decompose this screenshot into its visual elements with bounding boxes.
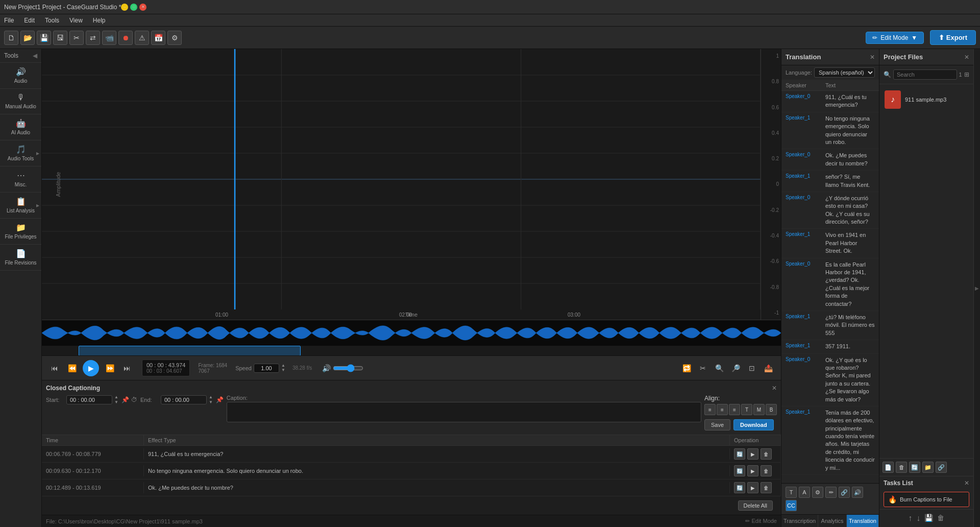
toolbar-exchange[interactable]: ⇄ (86, 31, 100, 45)
toolbar-video[interactable]: 📹 (102, 31, 116, 45)
task-item-0[interactable]: 🔥 Burn Captions to File (884, 492, 969, 507)
end-down[interactable]: ▼ (209, 400, 213, 404)
cc-delete-1[interactable]: 🗑 (761, 465, 772, 476)
delete-all-btn[interactable]: Delete All (738, 500, 773, 511)
volume-slider[interactable] (333, 364, 363, 372)
start-down[interactable]: ▼ (114, 400, 118, 404)
cc-start-clock[interactable]: ⏱ (131, 396, 137, 403)
cc-end-pick[interactable]: 📌 (216, 396, 224, 403)
trans-footer-gear[interactable]: ⚙ (812, 487, 823, 498)
align-center[interactable]: ≡ (717, 404, 728, 415)
start-up[interactable]: ▲ (114, 395, 118, 399)
export-button[interactable]: ⬆ Export (930, 30, 976, 45)
tools-collapse[interactable]: ◀ (33, 52, 37, 59)
menu-edit[interactable]: Edit (22, 16, 37, 25)
skip-to-start-btn[interactable]: ⏮ (48, 362, 61, 375)
toolbar-save[interactable]: 💾 (37, 31, 51, 45)
align-top[interactable]: T (741, 404, 752, 415)
toolbar-warning[interactable]: ⚠ (135, 31, 149, 45)
cc-start-pick[interactable]: 📌 (121, 396, 129, 403)
toolbar-settings[interactable]: ⚙ (167, 31, 182, 45)
trans-footer-audio[interactable]: 🔊 (852, 487, 863, 498)
speed-down[interactable]: ▼ (281, 368, 285, 372)
cc-play-1[interactable]: ▶ (747, 465, 758, 476)
cc-play-2[interactable]: ▶ (747, 482, 758, 493)
trans-footer-edit[interactable]: ✏ (825, 487, 837, 498)
timeline-scrollbar[interactable] (42, 346, 781, 355)
tab-analytics[interactable]: Analytics (818, 515, 847, 527)
tool-ai-audio[interactable]: 🤖 AI Audio (0, 114, 41, 140)
cc-caption-textarea[interactable] (227, 402, 701, 422)
prev-frame-btn[interactable]: ⏪ (65, 362, 79, 375)
trans-footer-link[interactable]: 🔗 (839, 487, 850, 498)
toolbar-cut[interactable]: ✂ (69, 31, 84, 45)
minimize-btn[interactable]: – (121, 4, 128, 11)
cc-save-btn[interactable]: Save (704, 419, 730, 430)
toolbar-open[interactable]: 📂 (20, 31, 35, 45)
speed-up[interactable]: ▲ (281, 364, 285, 368)
toolbar-save-alt[interactable]: 🖫 (53, 31, 67, 45)
tab-translation[interactable]: Translation (847, 515, 879, 527)
menu-help[interactable]: Help (91, 16, 108, 25)
menu-view[interactable]: View (67, 16, 85, 25)
cc-play-0[interactable]: ▶ (747, 448, 758, 460)
speed-input[interactable] (254, 364, 279, 373)
tool-misc[interactable]: ⋯ Misc. (0, 166, 41, 193)
cc-sync-1[interactable]: 🔄 (734, 465, 745, 476)
timeline-scrubber[interactable] (79, 346, 300, 355)
pf-view-toggle[interactable]: ⊞ (964, 71, 969, 78)
align-left[interactable]: ≡ (704, 404, 716, 415)
trans-footer-t[interactable]: T (786, 487, 797, 498)
cc-delete-2[interactable]: 🗑 (761, 482, 772, 493)
pf-action-folder[interactable]: 📁 (922, 462, 934, 473)
toolbar-new[interactable]: 🗋 (4, 31, 18, 45)
cc-start-input[interactable] (66, 395, 112, 404)
tool-manual-audio[interactable]: 🎙 Manual Audio (0, 89, 41, 114)
next-frame-btn[interactable]: ⏩ (103, 362, 116, 375)
pf-nav-delete[interactable]: 🗑 (937, 514, 944, 523)
tool-file-revisions[interactable]: 📄 File Revisions (0, 245, 41, 271)
cc-end-input[interactable] (161, 395, 207, 404)
pf-close-btn[interactable]: ✕ (964, 54, 969, 61)
export-ctrl-btn[interactable]: 📤 (762, 362, 775, 375)
volume-icon[interactable]: 🔊 (322, 364, 331, 372)
trans-footer-a[interactable]: A (799, 487, 810, 498)
fit-btn[interactable]: ⊡ (745, 362, 758, 375)
end-up[interactable]: ▲ (209, 395, 213, 399)
skip-to-end-btn[interactable]: ⏭ (120, 362, 134, 375)
tool-audio-tools[interactable]: 🎵 Audio Tools ▶ (0, 140, 41, 166)
loop-btn[interactable]: 🔁 (680, 362, 693, 375)
toolbar-calendar[interactable]: 📅 (151, 31, 165, 45)
zoom-in-btn[interactable]: 🔍 (713, 362, 726, 375)
toolbar-record[interactable]: ⏺ (118, 31, 133, 45)
align-right[interactable]: ≡ (729, 404, 740, 415)
menu-file[interactable]: File (2, 16, 16, 25)
tool-audio[interactable]: 🔊 Audio (0, 63, 41, 89)
align-middle[interactable]: M (753, 404, 765, 415)
cut-btn[interactable]: ✂ (696, 362, 709, 375)
pf-nav-save[interactable]: 💾 (924, 514, 933, 523)
pf-action-delete[interactable]: 🗑 (896, 462, 907, 473)
maximize-btn[interactable]: □ (130, 4, 137, 11)
zoom-out-btn[interactable]: 🔎 (729, 362, 742, 375)
pf-item-0[interactable]: ♪ 911 sample.mp3 (881, 86, 971, 113)
pf-search-input[interactable] (893, 69, 957, 80)
menu-tools[interactable]: Tools (43, 16, 61, 25)
window-close-btn[interactable]: ✕ (139, 4, 146, 11)
pf-nav-up[interactable]: ↑ (908, 514, 912, 523)
translation-close-btn[interactable]: ✕ (870, 54, 875, 61)
language-dropdown[interactable]: Spanish (español) (814, 67, 875, 78)
cc-sync-2[interactable]: 🔄 (734, 482, 745, 493)
align-bottom[interactable]: B (766, 404, 777, 415)
pf-action-new[interactable]: 📄 (883, 462, 894, 473)
tab-transcription[interactable]: Transcription (781, 515, 818, 527)
right-sidebar-collapse[interactable]: ▶ (973, 49, 980, 527)
pf-nav-down[interactable]: ↓ (916, 514, 920, 523)
cc-sync-0[interactable]: 🔄 (734, 448, 745, 460)
tool-list-analysis[interactable]: 📋 List Analysis ▶ (0, 193, 41, 219)
pf-action-refresh[interactable]: 🔄 (909, 462, 920, 473)
play-button[interactable]: ▶ (83, 360, 99, 376)
trans-footer-cc[interactable]: CC (786, 500, 797, 511)
tool-file-privileges[interactable]: 📁 File Privileges (0, 219, 41, 245)
cc-download-btn[interactable]: Download (733, 419, 774, 430)
